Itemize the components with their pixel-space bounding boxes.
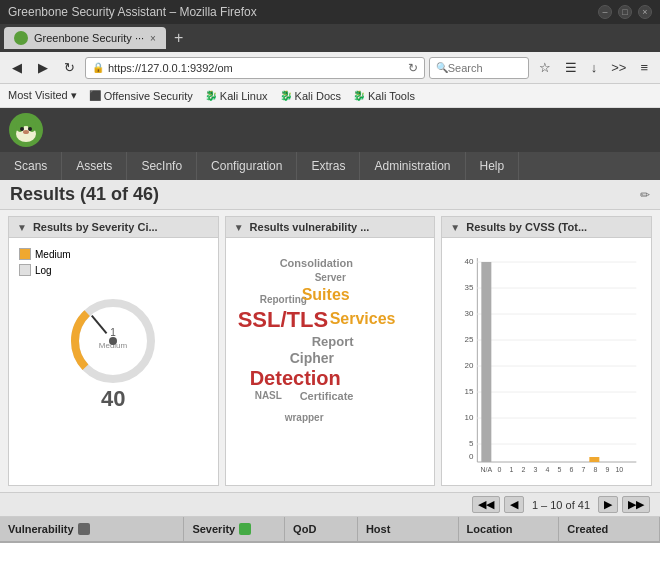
th-vulnerability: Vulnerability bbox=[0, 517, 184, 541]
last-page-button[interactable]: ▶▶ bbox=[622, 496, 650, 513]
severity-sort-icon[interactable] bbox=[239, 523, 251, 535]
th-location: Location bbox=[459, 517, 560, 541]
medium-swatch bbox=[19, 248, 31, 260]
cvss-panel-title: Results by CVSS (Tot... bbox=[466, 221, 587, 233]
url-text: https://127.0.0.1:9392/om bbox=[108, 62, 404, 74]
severity-panel-header: ▼ Results by Severity Ci... bbox=[9, 217, 218, 238]
bookmark-offensive-security[interactable]: ⬛ Offensive Security bbox=[89, 90, 193, 102]
svg-text:15: 15 bbox=[465, 387, 474, 396]
prev-page-button[interactable]: ◀ bbox=[504, 496, 524, 513]
download-button[interactable]: ↓ bbox=[585, 57, 604, 78]
gauge-count: 40 bbox=[101, 386, 125, 412]
medium-legend-item: Medium bbox=[19, 248, 71, 260]
svg-point-6 bbox=[23, 130, 29, 134]
menu-button[interactable]: ≡ bbox=[634, 57, 654, 78]
th-qod: QoD bbox=[285, 517, 358, 541]
wc-report: Report bbox=[312, 334, 354, 349]
svg-text:0: 0 bbox=[469, 452, 474, 461]
nav-administration[interactable]: Administration bbox=[360, 152, 465, 180]
vulnerability-panel-title: Results vulnerability ... bbox=[250, 221, 370, 233]
svg-text:6: 6 bbox=[570, 466, 574, 472]
reload-button[interactable]: ↻ bbox=[58, 57, 81, 78]
svg-text:1: 1 bbox=[111, 327, 117, 338]
back-button[interactable]: ◀ bbox=[6, 57, 28, 78]
th-host: Host bbox=[358, 517, 459, 541]
svg-text:9: 9 bbox=[606, 466, 610, 472]
th-qod-label: QoD bbox=[293, 523, 316, 535]
svg-text:2: 2 bbox=[522, 466, 526, 472]
close-button[interactable]: × bbox=[638, 5, 652, 19]
wc-consolidation: Consolidation bbox=[280, 257, 353, 269]
lock-icon: 🔒 bbox=[92, 62, 104, 73]
wc-server: Server bbox=[315, 272, 346, 283]
wc-suites: Suites bbox=[302, 286, 350, 304]
wc-cipher: Cipher bbox=[290, 350, 334, 366]
svg-text:20: 20 bbox=[465, 361, 474, 370]
new-tab-button[interactable]: + bbox=[170, 29, 187, 47]
bookmarks-bar: Most Visited ▾ ⬛ Offensive Security 🐉 Ka… bbox=[0, 84, 660, 108]
minimize-button[interactable]: – bbox=[598, 5, 612, 19]
wc-nasl: NASL bbox=[255, 390, 282, 401]
next-page-button[interactable]: ▶ bbox=[598, 496, 618, 513]
th-severity: Severity bbox=[184, 517, 285, 541]
bookmark-most-visited[interactable]: Most Visited ▾ bbox=[8, 89, 77, 102]
svg-text:4: 4 bbox=[546, 466, 550, 472]
severity-panel-toggle[interactable]: ▼ bbox=[17, 222, 27, 233]
nav-help[interactable]: Help bbox=[466, 152, 520, 180]
search-input[interactable] bbox=[448, 62, 508, 74]
medium-label: Medium bbox=[35, 249, 71, 260]
cvss-panel-toggle[interactable]: ▼ bbox=[450, 222, 460, 233]
tab-close-button[interactable]: × bbox=[150, 33, 156, 44]
maximize-button[interactable]: □ bbox=[618, 5, 632, 19]
bookmark-kali-tools[interactable]: 🐉 Kali Tools bbox=[353, 90, 415, 102]
wc-services: Services bbox=[330, 310, 396, 328]
cvss-panel: ▼ Results by CVSS (Tot... 40 35 30 25 20… bbox=[441, 216, 652, 486]
vulnerability-panel: ▼ Results vulnerability ... Consolidatio… bbox=[225, 216, 436, 486]
extensions-button[interactable]: >> bbox=[605, 57, 632, 78]
forward-button[interactable]: ▶ bbox=[32, 57, 54, 78]
synced-tabs-button[interactable]: ☰ bbox=[559, 57, 583, 78]
refresh-url-button[interactable]: ↻ bbox=[408, 61, 418, 75]
edit-icon[interactable]: ✏ bbox=[640, 188, 650, 202]
svg-text:40: 40 bbox=[465, 257, 474, 266]
kali-docs-icon: 🐉 bbox=[280, 90, 292, 101]
bookmarks-star-button[interactable]: ☆ bbox=[533, 57, 557, 78]
svg-text:8: 8 bbox=[594, 466, 598, 472]
tab-label: Greenbone Security ··· bbox=[34, 32, 144, 44]
wc-ssltls: SSL/TLS bbox=[238, 307, 328, 333]
svg-text:3: 3 bbox=[534, 466, 538, 472]
svg-text:30: 30 bbox=[465, 309, 474, 318]
search-bar[interactable]: 🔍 bbox=[429, 57, 529, 79]
nav-scans[interactable]: Scans bbox=[0, 152, 62, 180]
wc-certificate: Certificate bbox=[300, 390, 354, 402]
browser-tab[interactable]: Greenbone Security ··· × bbox=[4, 27, 166, 49]
svg-text:5: 5 bbox=[469, 439, 474, 448]
wc-wrapper: wrapper bbox=[285, 412, 324, 423]
window-controls: – □ × bbox=[598, 5, 652, 19]
url-bar[interactable]: 🔒 https://127.0.0.1:9392/om ↻ bbox=[85, 57, 425, 79]
nav-assets[interactable]: Assets bbox=[62, 152, 127, 180]
nav-secinfo[interactable]: SecInfo bbox=[127, 152, 197, 180]
bookmark-kali-linux[interactable]: 🐉 Kali Linux bbox=[205, 90, 268, 102]
tab-bar: Greenbone Security ··· × + bbox=[0, 24, 660, 52]
pagination-bar: ◀◀ ◀ 1 – 10 of 41 ▶ ▶▶ bbox=[0, 492, 660, 517]
table-header: Vulnerability Severity QoD Host Location… bbox=[0, 517, 660, 543]
th-host-label: Host bbox=[366, 523, 390, 535]
vulnerability-panel-toggle[interactable]: ▼ bbox=[234, 222, 244, 233]
nav-configuration[interactable]: Configuration bbox=[197, 152, 297, 180]
svg-point-12 bbox=[109, 337, 117, 345]
nav-extras[interactable]: Extras bbox=[297, 152, 360, 180]
vulnerability-sort-icon[interactable] bbox=[78, 523, 90, 535]
severity-panel-body: Medium Log 1 Medium 40 bbox=[9, 238, 218, 485]
kali-tools-icon: 🐉 bbox=[353, 90, 365, 101]
main-nav: Scans Assets SecInfo Configuration Extra… bbox=[0, 152, 660, 180]
th-vulnerability-label: Vulnerability bbox=[8, 523, 74, 535]
bookmark-kali-docs[interactable]: 🐉 Kali Docs bbox=[280, 90, 341, 102]
greenbone-logo bbox=[8, 112, 44, 148]
gauge-container: 1 Medium 40 bbox=[68, 296, 158, 412]
first-page-button[interactable]: ◀◀ bbox=[472, 496, 500, 513]
tab-favicon bbox=[14, 31, 28, 45]
svg-text:25: 25 bbox=[465, 335, 474, 344]
svg-text:10: 10 bbox=[616, 466, 624, 472]
svg-point-5 bbox=[28, 127, 32, 131]
